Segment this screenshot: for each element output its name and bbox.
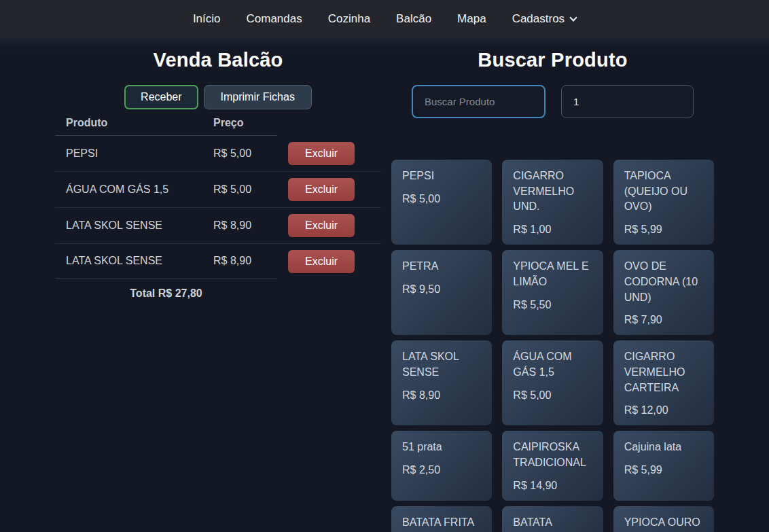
- product-card-price: R$ 8,90: [402, 389, 481, 402]
- sale-actions: Receber Imprimir Fichas: [55, 85, 381, 109]
- product-card[interactable]: LATA SKOL SENSE R$ 8,90: [391, 340, 492, 425]
- product-card-price: R$ 5,50: [513, 299, 592, 311]
- product-card-name: YPIOCA MEL E LIMÃO: [513, 259, 592, 289]
- product-card-name: PETRA: [402, 259, 481, 274]
- product-card[interactable]: OVO DE CODORNA (10 UND) R$ 7,90: [613, 250, 714, 335]
- delete-item-button[interactable]: Excluir: [288, 250, 355, 273]
- product-card-price: R$ 5,99: [624, 224, 703, 236]
- product-card-name: LATA SKOL SENSE: [402, 349, 481, 380]
- product-card-price: R$ 12,00: [624, 404, 703, 416]
- product-card-name: CIGARRO VERMELHO UND.: [513, 169, 592, 215]
- product-card-name: CIGARRO VERMELHO CARTEIRA: [624, 349, 703, 395]
- sale-total: Total R$ 27,80: [55, 279, 277, 308]
- product-card[interactable]: CAIPIROSKA TRADICIONAL R$ 14,90: [502, 431, 603, 500]
- delete-item-button[interactable]: Excluir: [288, 178, 355, 201]
- product-card[interactable]: 51 prata R$ 2,50: [391, 431, 492, 500]
- product-card-name: PEPSI: [402, 169, 481, 184]
- product-card[interactable]: PEPSI R$ 5,00: [391, 160, 492, 245]
- product-card[interactable]: TAPIOCA (QUEIJO OU OVO) R$ 5,99: [613, 160, 714, 245]
- product-card-name: CAIPIROSKA TRADICIONAL: [513, 440, 592, 470]
- product-card-price: R$ 14,90: [513, 480, 592, 492]
- nav-item-label: Mapa: [457, 12, 486, 26]
- product-card-price: R$ 7,90: [624, 314, 703, 326]
- sale-items-table: Produto Preço PEPSI R$ 5,00 Excluir: [55, 113, 381, 308]
- nav-item[interactable]: Balcão: [396, 12, 431, 26]
- sale-section: Venda Balcão Receber Imprimir Fichas Pro…: [55, 49, 381, 532]
- delete-item-button[interactable]: Excluir: [288, 214, 355, 237]
- search-inputs-row: [391, 85, 714, 118]
- row-product-price: R$ 5,00: [202, 136, 277, 172]
- table-row: ÁGUA COM GÁS 1,5 R$ 5,00 Excluir: [55, 171, 381, 207]
- product-card[interactable]: Cajuina lata R$ 5,99: [613, 431, 714, 500]
- row-product-price: R$ 8,90: [202, 243, 277, 279]
- row-product-name: PEPSI: [55, 136, 202, 172]
- row-product-price: R$ 8,90: [202, 207, 277, 243]
- sale-title: Venda Balcão: [55, 49, 381, 71]
- product-card-name: TAPIOCA (QUEIJO OU OVO): [624, 169, 703, 215]
- product-card-name: BATATA FRITA: [402, 515, 481, 531]
- print-tickets-button[interactable]: Imprimir Fichas: [204, 85, 312, 109]
- search-section: Buscar Produto PEPSI R$ 5,00 CIGARRO VER…: [391, 49, 714, 532]
- product-card[interactable]: YPIOCA OURO: [613, 506, 714, 532]
- row-product-name: LATA SKOL SENSE: [55, 243, 202, 279]
- table-row: LATA SKOL SENSE R$ 8,90 Excluir: [55, 243, 381, 279]
- product-card-price: R$ 2,50: [402, 464, 481, 476]
- nav-item-label: Comandas: [247, 12, 302, 26]
- product-column-header: Produto: [55, 113, 202, 136]
- product-card-price: R$ 9,50: [402, 283, 481, 296]
- table-row: PEPSI R$ 5,00 Excluir: [55, 136, 381, 172]
- price-column-header: Preço: [202, 113, 277, 136]
- nav-item[interactable]: Mapa: [457, 12, 486, 26]
- product-card-price: R$ 1,00: [513, 224, 592, 236]
- nav-item[interactable]: Início: [193, 12, 221, 26]
- product-card[interactable]: YPIOCA MEL E LIMÃO R$ 5,50: [502, 250, 603, 335]
- table-header-row: Produto Preço: [55, 113, 381, 136]
- row-product-price: R$ 5,00: [202, 171, 277, 207]
- product-card-name: YPIOCA OURO: [624, 515, 703, 531]
- quantity-input[interactable]: [561, 85, 694, 118]
- main-content: Venda Balcão Receber Imprimir Fichas Pro…: [55, 38, 714, 532]
- receive-button[interactable]: Receber: [124, 85, 198, 109]
- search-title: Buscar Produto: [391, 49, 714, 71]
- nav-item-label: Início: [193, 12, 221, 26]
- action-column-header: [277, 113, 381, 136]
- product-grid: PEPSI R$ 5,00 CIGARRO VERMELHO UND. R$ 1…: [391, 160, 714, 532]
- nav-item[interactable]: Cadastros: [512, 12, 576, 26]
- product-card-name: Cajuina lata: [624, 440, 703, 455]
- table-total-row: Total R$ 27,80: [55, 279, 381, 308]
- product-card[interactable]: CIGARRO VERMELHO CARTEIRA R$ 12,00: [613, 340, 714, 425]
- product-card-name: ÁGUA COM GÁS 1,5: [513, 349, 592, 380]
- search-input[interactable]: [412, 85, 546, 118]
- product-card-price: R$ 5,00: [513, 389, 592, 402]
- product-card[interactable]: BATATA FRITA: [391, 506, 492, 532]
- top-navbar: Início Comandas Cozinha Balcão Mapa Cada…: [0, 0, 769, 38]
- nav-item-label: Balcão: [396, 12, 431, 26]
- row-product-name: LATA SKOL SENSE: [55, 207, 202, 243]
- product-card[interactable]: CIGARRO VERMELHO UND. R$ 1,00: [502, 160, 603, 245]
- chevron-down-icon: [569, 14, 577, 21]
- product-card[interactable]: ÁGUA COM GÁS 1,5 R$ 5,00: [502, 340, 603, 425]
- product-card[interactable]: BATATA: [502, 506, 603, 532]
- row-product-name: ÁGUA COM GÁS 1,5: [55, 171, 202, 207]
- product-card-name: OVO DE CODORNA (10 UND): [624, 259, 703, 305]
- nav-item-label: Cadastros: [512, 12, 565, 26]
- product-card-name: BATATA: [513, 515, 592, 531]
- nav-item-label: Cozinha: [328, 12, 370, 26]
- table-row: LATA SKOL SENSE R$ 8,90 Excluir: [55, 207, 381, 243]
- product-card-price: R$ 5,00: [402, 193, 481, 205]
- product-card[interactable]: PETRA R$ 9,50: [391, 250, 492, 335]
- product-card-price: R$ 5,99: [624, 464, 703, 476]
- nav-item[interactable]: Comandas: [247, 12, 302, 26]
- nav-item[interactable]: Cozinha: [328, 12, 370, 26]
- delete-item-button[interactable]: Excluir: [288, 142, 355, 165]
- product-card-name: 51 prata: [402, 440, 481, 455]
